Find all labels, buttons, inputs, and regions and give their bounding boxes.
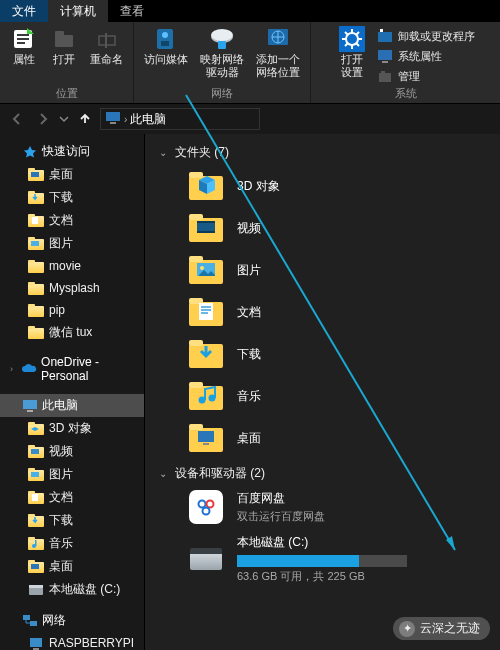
add-network-location-button[interactable]: 添加一个 网络位置 (250, 24, 306, 81)
system-properties-button[interactable]: 系统属性 (372, 46, 479, 66)
svg-rect-75 (189, 214, 203, 220)
content-pane: ⌄ 文件夹 (7) 3D 对象视频图片文档下载音乐桌面 ⌄ 设备和驱动器 (2)… (145, 134, 500, 650)
tree-item-label: 下载 (49, 512, 73, 529)
ribbon-group-title: 位置 (56, 86, 78, 103)
tree-item[interactable]: 文档 (0, 486, 144, 509)
tree-item[interactable]: 文档 (0, 209, 144, 232)
tree-item[interactable]: 3D 对象 (0, 417, 144, 440)
breadcrumb[interactable]: › 此电脑 (100, 108, 260, 130)
section-drives[interactable]: ⌄ 设备和驱动器 (2) (149, 459, 500, 486)
tab-file[interactable]: 文件 (0, 0, 48, 22)
tree-item[interactable]: 图片 (0, 463, 144, 486)
access-media-button[interactable]: 访问媒体 (138, 24, 194, 68)
svg-rect-18 (382, 61, 388, 63)
folder-icon (189, 337, 223, 371)
settings-icon (338, 26, 366, 52)
nav-history-button[interactable] (58, 108, 70, 130)
folder-item[interactable]: 桌面 (149, 417, 500, 459)
uninstall-button[interactable]: 卸载或更改程序 (372, 26, 479, 46)
tree-this-pc[interactable]: 此电脑 (0, 394, 144, 417)
pc-icon (105, 111, 121, 128)
tree-onedrive[interactable]: › OneDrive - Personal (0, 352, 144, 386)
properties-icon (10, 26, 38, 52)
tree-item[interactable]: 本地磁盘 (C:) (0, 578, 144, 601)
tree-item[interactable]: 图片 (0, 232, 144, 255)
app-item-baidu[interactable]: 百度网盘 双击运行百度网盘 (149, 486, 500, 528)
folder-icon (189, 295, 223, 329)
folder-item[interactable]: 文档 (149, 291, 500, 333)
tree-item[interactable]: pip (0, 299, 144, 321)
svg-rect-87 (189, 340, 203, 346)
map-drive-button[interactable]: 映射网络 驱动器 (194, 24, 250, 81)
svg-rect-32 (31, 241, 39, 246)
tree-item[interactable]: 桌面 (0, 555, 144, 578)
chevron-down-icon: ⌄ (159, 468, 167, 479)
open-button[interactable]: 打开 (44, 24, 84, 68)
folder-icon (28, 582, 44, 598)
tree-network[interactable]: 网络 (0, 609, 144, 632)
folder-icon (28, 444, 44, 460)
tab-computer[interactable]: 计算机 (48, 0, 108, 22)
manage-icon (376, 67, 394, 85)
svg-rect-95 (203, 443, 209, 445)
svg-rect-64 (29, 585, 43, 588)
nav-up-button[interactable] (74, 108, 96, 130)
svg-rect-23 (28, 168, 35, 171)
tree-item-label: 微信 tux (49, 324, 92, 341)
tree-item[interactable]: movie (0, 255, 144, 277)
svg-rect-34 (28, 260, 35, 263)
menu-tabs: 文件 计算机 查看 (0, 0, 500, 22)
tree-item[interactable]: 桌面 (0, 163, 144, 186)
tree-item[interactable]: 音乐 (0, 532, 144, 555)
svg-rect-52 (28, 491, 35, 494)
open-settings-button[interactable]: 打开 设置 (332, 24, 372, 81)
folder-item[interactable]: 3D 对象 (149, 165, 500, 207)
svg-rect-66 (30, 621, 37, 626)
tree-item[interactable]: 微信 tux (0, 321, 144, 344)
folder-icon (189, 379, 223, 413)
folder-item[interactable]: 视频 (149, 207, 500, 249)
svg-point-6 (162, 32, 168, 38)
folder-item[interactable]: 下载 (149, 333, 500, 375)
folder-icon (28, 190, 44, 206)
folder-item[interactable]: 音乐 (149, 375, 500, 417)
folder-icon (28, 325, 44, 341)
svg-rect-61 (28, 560, 35, 563)
folder-icon (28, 421, 44, 437)
tree-item[interactable]: 视频 (0, 440, 144, 463)
svg-rect-4 (105, 33, 107, 48)
baidu-app-icon (189, 490, 223, 524)
open-icon (50, 26, 78, 52)
rename-button[interactable]: 重命名 (84, 24, 129, 68)
properties-button[interactable]: 属性 (4, 24, 44, 68)
nav-back-button[interactable] (6, 108, 28, 130)
globe-icon (264, 26, 292, 52)
nav-bar: › 此电脑 (0, 104, 500, 134)
tree-item[interactable]: 下载 (0, 186, 144, 209)
tree-item-label: 文档 (49, 212, 73, 229)
section-folders[interactable]: ⌄ 文件夹 (7) (149, 138, 500, 165)
tab-view[interactable]: 查看 (108, 0, 156, 22)
svg-rect-78 (197, 231, 215, 233)
svg-rect-94 (198, 431, 214, 442)
tree-item-label: 音乐 (49, 535, 73, 552)
tree-item[interactable]: 下载 (0, 509, 144, 532)
tree-item[interactable]: Mysplash (0, 277, 144, 299)
folder-icon (28, 258, 44, 274)
folder-icon (189, 253, 223, 287)
wechat-icon: ✦ (399, 621, 415, 637)
svg-rect-20 (106, 112, 120, 121)
item-subtitle: 双击运行百度网盘 (237, 509, 325, 524)
svg-rect-53 (32, 494, 38, 501)
svg-rect-31 (28, 237, 35, 240)
nav-forward-button[interactable] (32, 108, 54, 130)
drive-item-c[interactable]: 本地磁盘 (C:) 63.6 GB 可用，共 225 GB (149, 528, 500, 590)
tree-quick-access[interactable]: 快速访问 (0, 140, 144, 163)
tree-item[interactable]: RASPBERRYPI (0, 632, 144, 650)
folder-item[interactable]: 图片 (149, 249, 500, 291)
folder-icon (28, 513, 44, 529)
item-name: 视频 (237, 220, 261, 237)
watermark: ✦ 云深之无迹 (393, 617, 490, 640)
manage-button[interactable]: 管理 (372, 66, 479, 86)
ribbon-group-network: 访问媒体 映射网络 驱动器 添加一个 网络位置 网络 (134, 22, 311, 103)
